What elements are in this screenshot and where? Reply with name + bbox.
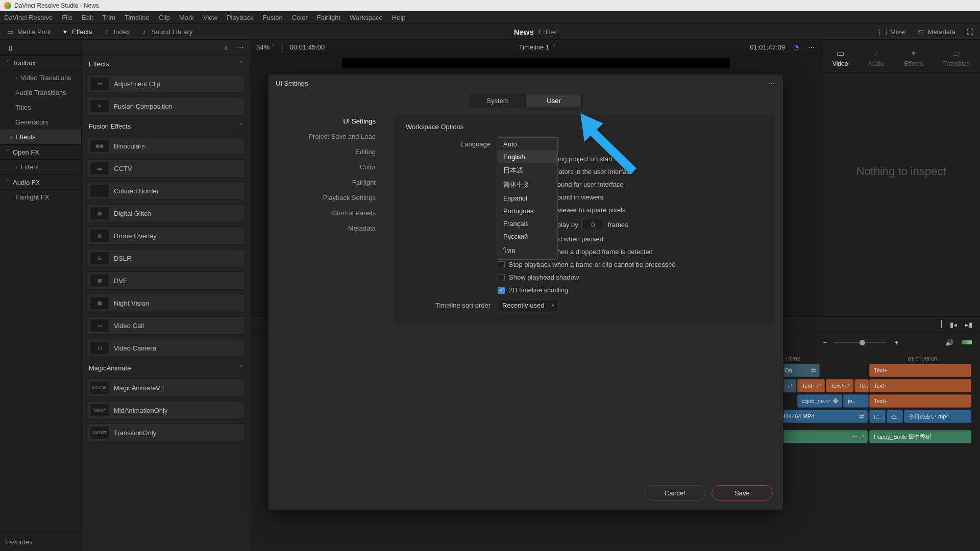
- mixer-button[interactable]: ⋮⋮ Mixer: [879, 28, 906, 36]
- fx-item[interactable]: ▭Video Call: [87, 316, 245, 335]
- cancel-button[interactable]: Cancel: [644, 485, 705, 500]
- sidebar-item[interactable]: Audio Transitions: [0, 85, 81, 100]
- next-marker-icon[interactable]: ▸▮: [965, 321, 973, 329]
- metadata-button[interactable]: 🏷 Metadata: [917, 28, 955, 36]
- fx-item[interactable]: ⊡DSLR: [87, 249, 245, 267]
- menu-item[interactable]: Fairlight: [317, 14, 340, 21]
- timeline-clip[interactable]: に...: [869, 410, 886, 423]
- fx-group-header[interactable]: Fusion Effects ˄: [82, 117, 250, 135]
- more-icon[interactable]: ⋯: [807, 43, 816, 52]
- timeline-clip[interactable]: ▭ job_ne...〜 ◆: [797, 394, 842, 408]
- zoom-slider[interactable]: [835, 342, 886, 343]
- menu-item[interactable]: DaVinci Resolve: [4, 14, 53, 21]
- timeline-clip[interactable]: 소: [887, 410, 903, 423]
- index-button[interactable]: ≡ Index: [103, 28, 130, 36]
- clip-controls-icon[interactable]: ⇄: [788, 382, 793, 389]
- dropdown-item[interactable]: Auto: [498, 138, 557, 151]
- inspector-tab-transition[interactable]: ▱Transition: [943, 48, 970, 67]
- prefs-side-item[interactable]: Color: [268, 159, 386, 174]
- inspector-tab-effects[interactable]: ✦Effects: [904, 48, 923, 67]
- checkbox[interactable]: ✓: [498, 287, 505, 294]
- clip-controls-icon[interactable]: ⇄: [811, 367, 816, 374]
- prefs-side-item[interactable]: Metadata: [268, 220, 386, 236]
- media-pool-button[interactable]: ▭ Media Pool: [6, 28, 51, 36]
- timeline-clip[interactable]: Text+⇄: [797, 379, 825, 392]
- zoom-select[interactable]: 34% ˅: [256, 43, 275, 51]
- fx-item[interactable]: Colored Border: [87, 182, 245, 200]
- sidebar-item[interactable]: ›Video Transitions: [0, 70, 81, 85]
- inspector-tab-video[interactable]: ▭Video: [832, 48, 848, 67]
- prefs-side-item[interactable]: Fairlight: [268, 174, 386, 190]
- dropdown-item[interactable]: Français: [498, 217, 557, 230]
- prefs-side-item[interactable]: UI Settings: [268, 113, 386, 129]
- prefs-side-item[interactable]: Control Panels: [268, 205, 386, 220]
- menu-item[interactable]: Timeline: [125, 14, 150, 21]
- menu-item[interactable]: View: [203, 14, 217, 21]
- dialog-more-icon[interactable]: ⋯: [768, 80, 776, 87]
- sidebar-item-effects[interactable]: ›Effects: [0, 130, 81, 144]
- timeline-clip[interactable]: Happy_Smile 田中秀樹: [869, 430, 971, 443]
- menu-item[interactable]: Playback: [227, 14, 254, 21]
- speaker-icon[interactable]: 🔊: [945, 338, 953, 346]
- fx-item[interactable]: ◎Drone Overlay: [87, 227, 245, 245]
- sidebar-item[interactable]: ›Filters: [0, 160, 81, 174]
- fx-item[interactable]: INOUTTransitionOnly: [87, 423, 245, 442]
- fx-item[interactable]: ◉◉Binoculars: [87, 137, 245, 155]
- zoom-in-button[interactable]: +: [894, 339, 898, 346]
- sidebar-item[interactable]: Generators: [0, 115, 81, 130]
- fx-item[interactable]: "MID"MidAnimationOnly: [87, 401, 245, 419]
- prefs-tab-user[interactable]: User: [526, 94, 582, 107]
- fx-item[interactable]: MAGICMagicAnimateV2: [87, 379, 245, 397]
- openfx-header[interactable]: ˅ Open FX: [0, 144, 81, 160]
- prefs-side-item[interactable]: Playback Settings: [268, 190, 386, 205]
- timeline-clip[interactable]: Text+⇄: [826, 379, 853, 392]
- timeline-clip[interactable]: jo...: [843, 394, 869, 408]
- fx-group-header[interactable]: MagicAnimate ˄: [82, 359, 250, 377]
- timeline-name[interactable]: Timeline 1: [519, 43, 549, 51]
- zoom-out-button[interactable]: −: [823, 339, 827, 346]
- toolbox-header[interactable]: ˅ Toolbox: [0, 55, 81, 70]
- inspector-tab-audio[interactable]: ♪Audio: [868, 48, 884, 67]
- menu-item[interactable]: Color: [292, 14, 308, 21]
- timeline-clip[interactable]: Text+: [869, 364, 971, 377]
- menu-item[interactable]: Mark: [179, 14, 194, 21]
- sound-library-button[interactable]: ♪ Sound Library: [140, 28, 192, 36]
- fx-item[interactable]: ▭Adjustment Clip: [87, 74, 245, 93]
- language-dropdown[interactable]: Auto English 日本語 简体中文 Español Português …: [498, 137, 558, 260]
- timeline-clip[interactable]: Text+: [869, 394, 971, 408]
- more-icon[interactable]: ⋯: [236, 43, 244, 52]
- effects-button[interactable]: ✦ Effects: [61, 28, 92, 36]
- dropdown-item[interactable]: Español: [498, 192, 557, 205]
- menu-item[interactable]: Trim: [103, 14, 116, 21]
- prefs-side-item[interactable]: Editing: [268, 144, 386, 159]
- fx-item[interactable]: ◻Video Camera: [87, 339, 245, 357]
- timeline-clip[interactable]: 今日の占い.mp4: [904, 410, 971, 423]
- prev-marker-icon[interactable]: ▮◂: [949, 321, 958, 329]
- timeline-clip[interactable]: Te...: [854, 379, 869, 392]
- sidebar-item[interactable]: Titles: [0, 100, 81, 115]
- dropdown-item[interactable]: Tiếng Việt: [498, 259, 557, 260]
- dropdown-item[interactable]: English: [498, 151, 557, 163]
- audiofx-header[interactable]: ˅ Audio FX: [0, 174, 81, 190]
- menu-item[interactable]: Workspace: [350, 14, 383, 21]
- panel-toggle-icon[interactable]: ▯: [6, 43, 14, 52]
- sidebar-item[interactable]: Fairlight FX: [0, 190, 81, 205]
- menu-item[interactable]: Fusion: [263, 14, 283, 21]
- dropdown-item[interactable]: ไทย: [498, 243, 557, 259]
- fullscreen-icon[interactable]: ⛶: [966, 28, 974, 36]
- fx-item[interactable]: ▧Digital Glitch: [87, 204, 245, 222]
- save-button[interactable]: Save: [712, 485, 773, 500]
- fx-item[interactable]: ✦Fusion Composition: [87, 97, 245, 115]
- delay-frames-input[interactable]: [581, 219, 605, 230]
- dropdown-item[interactable]: Português: [498, 205, 557, 217]
- dropdown-item[interactable]: 日本語: [498, 163, 557, 178]
- menu-item[interactable]: Help: [392, 14, 406, 21]
- fx-item[interactable]: ▩Night Vision: [87, 294, 245, 312]
- dropdown-item[interactable]: Русский: [498, 230, 557, 243]
- search-icon[interactable]: ⌕: [223, 43, 231, 52]
- checkbox[interactable]: [498, 261, 505, 268]
- menu-item[interactable]: File: [62, 14, 72, 21]
- fx-group-header[interactable]: Effects ˄: [82, 55, 250, 72]
- panel-header[interactable]: ▯: [0, 40, 81, 55]
- dropdown-item[interactable]: 简体中文: [498, 178, 557, 192]
